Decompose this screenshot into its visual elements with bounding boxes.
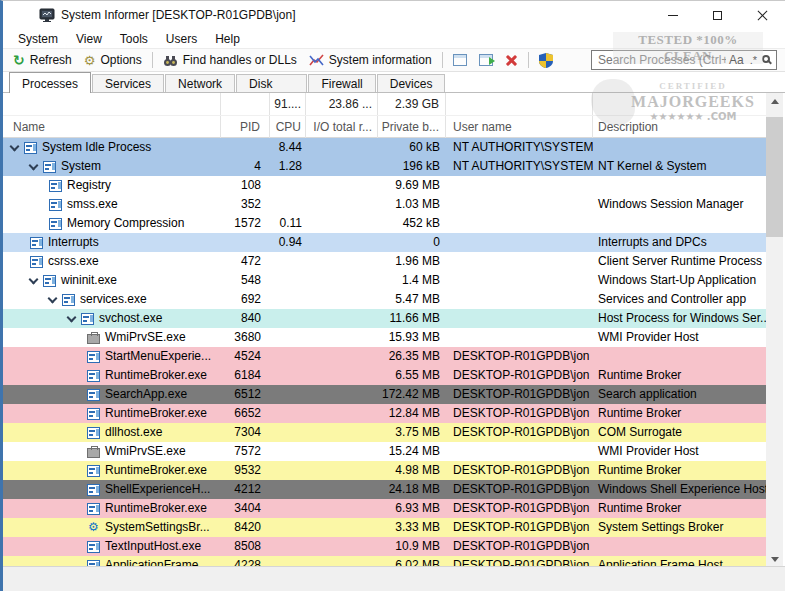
cell-io-total <box>306 366 378 385</box>
column-header-description[interactable]: Description <box>593 116 769 138</box>
process-row[interactable]: RuntimeBroker.exe 9532 4.98 MB DESKTOP-R… <box>3 461 769 480</box>
column-header-cpu[interactable]: CPU <box>270 116 306 138</box>
process-row[interactable]: dllhost.exe 7304 3.75 MB DESKTOP-R01GPDB… <box>3 423 769 442</box>
cell-io-total <box>306 214 378 233</box>
process-row[interactable]: System Idle Process 8.44 60 kB NT AUTHOR… <box>3 138 769 157</box>
process-row[interactable]: System 4 1.28 196 kB NT AUTHORITY\SYSTEM… <box>3 157 769 176</box>
tab-bar: Processes Services Network Disk Firewall… <box>3 72 785 93</box>
cell-name: svchost.exe <box>3 309 221 328</box>
refresh-icon: ↻ <box>13 53 25 67</box>
cell-description <box>593 214 769 233</box>
app-icon <box>39 7 55 23</box>
cell-cpu <box>270 290 306 309</box>
tab-firewall[interactable]: Firewall <box>308 74 375 92</box>
column-header-user[interactable]: User name <box>446 116 593 138</box>
refresh-button[interactable]: ↻ Refresh <box>7 51 78 69</box>
process-row[interactable]: svchost.exe 840 11.66 MB Host Process fo… <box>3 309 769 328</box>
menu-tools[interactable]: Tools <box>111 31 157 47</box>
cell-io-total <box>306 518 378 537</box>
tab-devices[interactable]: Devices <box>377 74 446 92</box>
process-row[interactable]: RuntimeBroker.exe 6184 6.55 MB DESKTOP-R… <box>3 366 769 385</box>
process-row[interactable]: wininit.exe 548 1.4 MB Windows Start-Up … <box>3 271 769 290</box>
cell-name: smss.exe <box>3 195 221 214</box>
cell-private-bytes: 172.42 MB <box>378 385 446 404</box>
cell-description: Host Process for Windows Ser... <box>593 309 769 328</box>
table-header: 91.... 23.86 ... 2.39 GB Name PID CPU I/… <box>3 93 769 138</box>
tab-services[interactable]: Services <box>92 74 164 92</box>
menu-system[interactable]: System <box>9 31 67 47</box>
cell-pid: 4212 <box>221 480 270 499</box>
cell-private-bytes: 452 kB <box>378 214 446 233</box>
process-row[interactable]: csrss.exe 472 1.96 MB Client Server Runt… <box>3 252 769 271</box>
tree-expand-icon[interactable] <box>29 274 39 284</box>
cell-io-total <box>306 385 378 404</box>
process-row[interactable]: StartMenuExperie... 4524 26.35 MB DESKTO… <box>3 347 769 366</box>
cell-name: Memory Compression <box>3 214 221 233</box>
process-row[interactable]: WmiPrvSE.exe 7572 15.24 MB WMI Provider … <box>3 442 769 461</box>
menu-view[interactable]: View <box>67 31 111 47</box>
options-button[interactable]: ⚙ Options <box>78 51 148 69</box>
process-icon <box>87 521 100 534</box>
scroll-up-button[interactable] <box>766 93 783 109</box>
always-on-top-button[interactable] <box>447 52 473 68</box>
scrollbar-thumb[interactable] <box>766 117 783 237</box>
cell-description: WMI Provider Host <box>593 328 769 347</box>
process-icon <box>30 237 43 249</box>
cell-user-name: NT AUTHORITY\SYSTEM <box>446 157 593 176</box>
process-row[interactable]: SearchApp.exe 6512 172.42 MB DESKTOP-R01… <box>3 385 769 404</box>
terminate-button[interactable] <box>499 52 524 69</box>
cell-private-bytes: 6.55 MB <box>378 366 446 385</box>
search-icon[interactable] <box>762 55 770 63</box>
regex-toggle[interactable]: .* <box>750 54 757 66</box>
tree-expand-icon[interactable] <box>67 312 77 322</box>
column-header-pid[interactable]: PID <box>221 116 270 138</box>
process-row[interactable]: ShellExperienceH... 4212 24.18 MB DESKTO… <box>3 480 769 499</box>
system-information-button[interactable]: System information <box>303 51 438 69</box>
maximize-button[interactable] <box>695 1 740 29</box>
tab-disk[interactable]: Disk <box>236 74 307 92</box>
process-row[interactable]: Registry 108 9.69 MB <box>3 176 769 195</box>
tab-network[interactable]: Network <box>165 74 235 92</box>
process-row[interactable]: smss.exe 352 1.03 MB Windows Session Man… <box>3 195 769 214</box>
menu-users[interactable]: Users <box>157 31 206 47</box>
process-name: SearchApp.exe <box>105 385 187 404</box>
toolbar: ↻ Refresh ⚙ Options Find handles or DLLs… <box>3 48 785 72</box>
process-row[interactable]: Memory Compression 1572 0.11 452 kB <box>3 214 769 233</box>
cell-user-name: DESKTOP-R01GPDB\jon <box>446 347 593 366</box>
cell-private-bytes: 3.75 MB <box>378 423 446 442</box>
elevate-button[interactable] <box>533 51 559 70</box>
cell-io-total <box>306 138 378 157</box>
cell-cpu <box>270 537 306 556</box>
find-handles-button[interactable]: Find handles or DLLs <box>157 51 303 69</box>
process-row[interactable]: services.exe 692 5.47 MB Services and Co… <box>3 290 769 309</box>
menu-help[interactable]: Help <box>206 31 249 47</box>
column-header-private[interactable]: Private b... <box>378 116 446 138</box>
tree-expand-icon[interactable] <box>10 141 20 151</box>
process-row[interactable]: TextInputHost.exe 8508 10.9 MB DESKTOP-R… <box>3 537 769 556</box>
process-row[interactable]: WmiPrvSE.exe 3680 15.93 MB WMI Provider … <box>3 328 769 347</box>
minimize-button[interactable] <box>650 1 695 29</box>
tree-expand-icon[interactable] <box>29 160 39 170</box>
column-header-io[interactable]: I/O total r... <box>306 116 378 138</box>
cell-cpu <box>270 480 306 499</box>
tab-processes[interactable]: Processes <box>9 72 91 93</box>
cell-name: csrss.exe <box>3 252 221 271</box>
column-header-name[interactable]: Name <box>3 116 221 138</box>
close-button[interactable] <box>740 1 785 29</box>
process-row[interactable]: Interrupts 0.94 0 Interrupts and DPCs <box>3 233 769 252</box>
process-name: services.exe <box>80 290 147 309</box>
process-row[interactable]: RuntimeBroker.exe 6652 12.84 MB DESKTOP-… <box>3 404 769 423</box>
cell-io-total <box>306 309 378 328</box>
match-case-toggle[interactable]: Aa <box>729 53 744 67</box>
cell-pid: 9532 <box>221 461 270 480</box>
cell-user-name <box>446 214 593 233</box>
process-icon <box>81 313 94 325</box>
cell-private-bytes: 15.24 MB <box>378 442 446 461</box>
scroll-down-button[interactable] <box>766 551 783 567</box>
send-to-tray-button[interactable] <box>473 52 499 68</box>
process-row[interactable]: SystemSettingsBr... 8420 3.33 MB DESKTOP… <box>3 518 769 537</box>
process-row[interactable]: RuntimeBroker.exe 3404 6.93 MB DESKTOP-R… <box>3 499 769 518</box>
cell-description: Services and Controller app <box>593 290 769 309</box>
search-input[interactable]: Search Processes (Ctrl+K) Aa .* <box>591 50 777 70</box>
tree-expand-icon[interactable] <box>48 293 58 303</box>
